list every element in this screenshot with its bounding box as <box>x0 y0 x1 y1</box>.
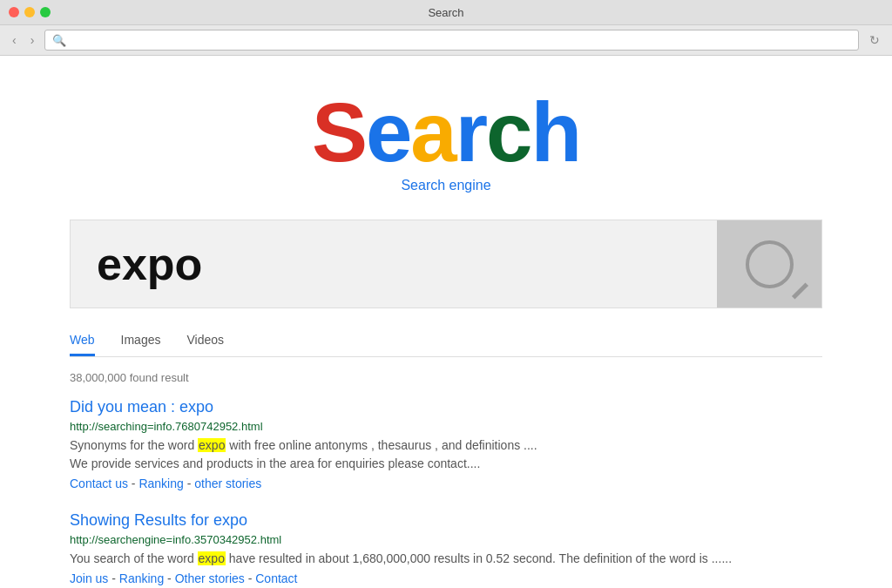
ranking-link-2[interactable]: Ranking <box>119 571 164 585</box>
desc2-text2: have resulted in about 1,680,000,000 res… <box>226 551 732 565</box>
search-bar[interactable] <box>70 220 822 308</box>
tabs-section: Web Images Videos <box>70 308 822 357</box>
logo-letter-s: S <box>312 85 366 179</box>
search-button[interactable] <box>717 220 821 308</box>
search-magnifier-icon <box>746 240 794 288</box>
logo-letter-h: h <box>530 85 580 179</box>
window-controls <box>9 7 51 17</box>
forward-button[interactable]: › <box>27 31 38 49</box>
logo-letter-c: c <box>486 85 530 179</box>
result-description-2: You search of the word expo have resulte… <box>70 550 822 568</box>
logo-subtitle: Search engine <box>0 178 892 193</box>
highlight-expo: expo <box>198 438 226 452</box>
contact-link-2[interactable]: Contact <box>255 571 297 585</box>
result-links: Contact us - Ranking - other stories <box>70 476 822 490</box>
page-content: Search Search engine Web Images Videos 3… <box>0 56 892 588</box>
navigation-bar: ‹ › 🔍 ↻ <box>0 24 892 56</box>
tab-images[interactable]: Images <box>121 326 161 356</box>
logo-area: Search Search engine <box>0 56 892 220</box>
highlight-expo-2: expo <box>198 551 226 565</box>
logo-letter-a: a <box>410 85 455 179</box>
results-count: 38,000,000 found result <box>70 371 822 384</box>
other-stories-link-2[interactable]: Other stories <box>175 571 245 585</box>
address-bar[interactable]: 🔍 <box>44 30 859 51</box>
result-description: Synonyms for the word expo with free onl… <box>70 436 822 473</box>
result-item: Did you mean : expo http://searching=inf… <box>70 398 822 490</box>
logo-letter-r: r <box>456 85 486 179</box>
desc2-text: You search of the word <box>70 551 198 565</box>
window-title: Search <box>428 6 463 19</box>
logo: Search <box>0 91 892 174</box>
close-button[interactable] <box>9 7 19 17</box>
logo-letter-e: e <box>366 85 410 179</box>
search-icon: 🔍 <box>52 34 66 47</box>
result-title-2[interactable]: Showing Results for expo <box>70 511 822 530</box>
result-url-2: http://searchengine=info.35703429​52.htm… <box>70 533 822 546</box>
tab-web[interactable]: Web <box>70 326 95 356</box>
browser-chrome: Search ‹ › 🔍 ↻ <box>0 0 892 56</box>
ranking-link[interactable]: Ranking <box>139 476 183 490</box>
tab-videos[interactable]: Videos <box>186 326 224 356</box>
desc-text: Synonyms for the word <box>70 438 198 452</box>
other-stories-link[interactable]: other stories <box>194 476 261 490</box>
contact-link[interactable]: Contact us <box>70 476 128 490</box>
desc-text3: We provide services and products in the … <box>70 456 480 470</box>
result-url: http://searching=info.7680742952.html <box>70 420 822 433</box>
title-bar: Search <box>0 0 892 24</box>
result-title[interactable]: Did you mean : expo <box>70 398 822 416</box>
results-section: 38,000,000 found result Did you mean : e… <box>70 357 822 588</box>
result-links-2: Join us - Ranking - Other stories - Cont… <box>70 571 822 585</box>
join-link[interactable]: Join us <box>70 571 108 585</box>
refresh-button[interactable]: ↻ <box>866 31 883 49</box>
back-button[interactable]: ‹ <box>9 31 20 49</box>
result-item: Showing Results for expo http://searchen… <box>70 511 822 585</box>
desc-text2: with free online antonyms , thesaurus , … <box>226 438 537 452</box>
minimize-button[interactable] <box>24 7 35 17</box>
maximize-button[interactable] <box>40 7 51 17</box>
search-input[interactable] <box>71 220 717 308</box>
